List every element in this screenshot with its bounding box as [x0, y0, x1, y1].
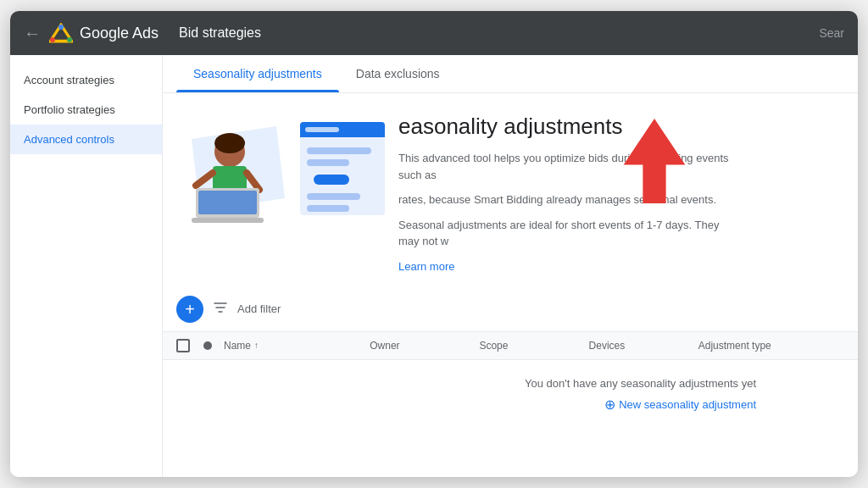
hero-desc-2: rates, because Smart Bidding already man… — [398, 191, 737, 208]
search-button[interactable]: Sear — [819, 26, 844, 40]
header-adjustment-col: Adjustment type — [698, 340, 844, 352]
header-dot-col — [203, 341, 224, 350]
svg-point-3 — [50, 37, 55, 42]
add-button[interactable]: + — [176, 296, 203, 323]
sidebar-item-portfolio-strategies[interactable]: Portfolio strategies — [10, 95, 162, 125]
app-name: Google Ads — [80, 25, 159, 42]
app-window: ← Google Ads Bid strategies Sear Account… — [10, 11, 858, 477]
filter-label: Add filter — [237, 302, 281, 315]
new-seasonality-adjustment-button[interactable]: ⊕ New seasonality adjustment — [604, 396, 756, 413]
screen-lines — [300, 137, 385, 215]
svg-rect-15 — [192, 218, 264, 223]
svg-point-4 — [67, 37, 72, 42]
svg-rect-14 — [198, 191, 257, 214]
learn-more-link[interactable]: Learn more — [398, 260, 454, 273]
top-bar: ← Google Ads Bid strategies Sear — [10, 11, 858, 55]
table-container: Name ↑ Owner Scope Devices Adjustment ty… — [163, 332, 858, 430]
google-ads-logo-icon — [49, 23, 73, 43]
screen-illustration — [300, 122, 385, 215]
person-illustration — [183, 114, 293, 232]
table-header: Name ↑ Owner Scope Devices Adjustment ty… — [163, 332, 858, 360]
header-owner-col: Owner — [370, 340, 479, 352]
empty-state-message: You don't have any seasonality adjustmen… — [176, 377, 756, 390]
sidebar: Account strategies Portfolio strategies … — [10, 55, 163, 477]
header-checkbox-col — [176, 339, 203, 352]
sidebar-item-advanced-controls[interactable]: Advanced controls — [10, 125, 162, 154]
screen-line-2 — [307, 159, 349, 166]
filter-icon[interactable] — [214, 301, 227, 318]
content-body: easonality adjustments This advanced too… — [163, 93, 858, 477]
sidebar-item-account-strategies[interactable]: Account strategies — [10, 65, 162, 95]
content-area: Seasonality adjustments Data exclusions — [163, 55, 858, 477]
tabs-bar: Seasonality adjustments Data exclusions — [163, 55, 858, 93]
screen-line-3 — [307, 193, 360, 200]
empty-state: You don't have any seasonality adjustmen… — [163, 360, 858, 430]
hero-text: easonality adjustments This advanced too… — [398, 114, 737, 274]
tab-data-exclusions[interactable]: Data exclusions — [339, 55, 457, 92]
hero-section: easonality adjustments This advanced too… — [163, 93, 858, 287]
status-dot — [203, 341, 212, 350]
back-button[interactable]: ← — [24, 24, 41, 43]
screen-line-4 — [307, 205, 349, 212]
sort-arrow-icon[interactable]: ↑ — [254, 341, 259, 350]
select-all-checkbox[interactable] — [176, 339, 190, 352]
filter-bar: + Add filter — [163, 287, 858, 332]
main-layout: Account strategies Portfolio strategies … — [10, 55, 858, 477]
screen-toggle — [314, 175, 349, 185]
tab-seasonality[interactable]: Seasonality adjustments — [176, 55, 339, 92]
header-scope-col: Scope — [479, 340, 588, 352]
page-title: Bid strategies — [179, 25, 819, 41]
new-adj-label: New seasonality adjustment — [619, 398, 756, 411]
header-devices-col: Devices — [589, 340, 698, 352]
screen-line-1 — [307, 147, 371, 154]
hero-desc-1: This advanced tool helps you optimize bi… — [398, 150, 737, 183]
hero-desc-3: Seasonal adjustments are ideal for short… — [398, 217, 737, 250]
hero-title: easonality adjustments — [398, 114, 737, 140]
google-ads-logo: Google Ads — [49, 23, 159, 43]
svg-point-9 — [214, 133, 245, 153]
plus-circle-icon: ⊕ — [604, 396, 615, 413]
header-name-col[interactable]: Name ↑ — [224, 340, 370, 352]
svg-point-2 — [58, 25, 64, 30]
hero-illustration — [183, 114, 385, 232]
header-name-label: Name — [224, 340, 251, 352]
